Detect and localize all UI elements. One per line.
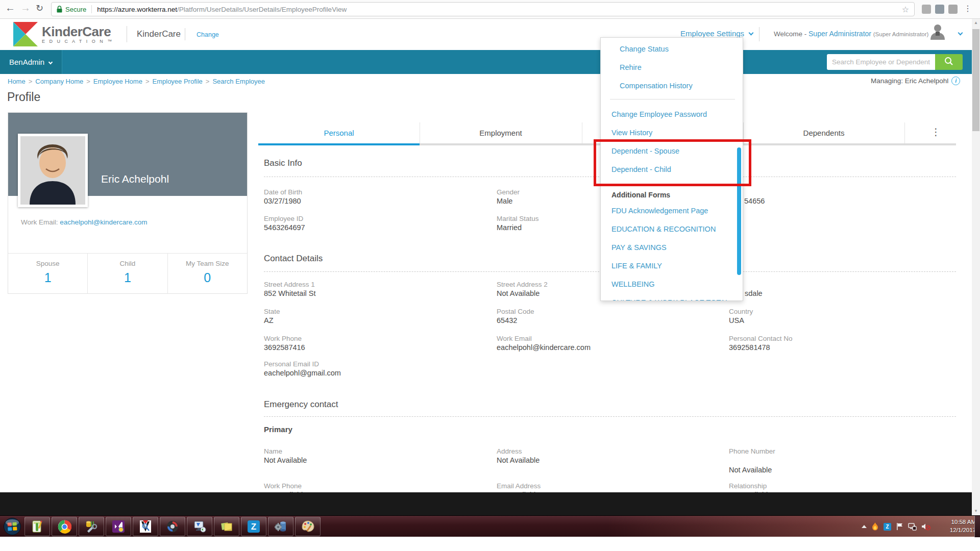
breadcrumb-home[interactable]: Home (8, 78, 26, 85)
screen: ← → ↻ Secure https://azure.workterra.net… (0, 0, 980, 551)
stat-value: 1 (88, 270, 167, 285)
menu-item-life-family[interactable]: LIFE & FAMILY (611, 260, 662, 272)
flame-tray-icon[interactable] (871, 522, 879, 531)
section-title-basic-info: Basic Info (264, 158, 302, 168)
taskbar-v-search[interactable] (133, 517, 158, 536)
field-label: Employee ID (264, 214, 305, 223)
employee-settings-menu-button[interactable]: Employee Settings (680, 29, 753, 38)
welcome-prefix: Welcome - (774, 30, 806, 38)
info-icon[interactable]: i (951, 77, 960, 85)
search-input[interactable] (827, 54, 935, 70)
stat-spouse: Spouse 1 (8, 254, 87, 294)
sync-arrows-icon (166, 520, 179, 533)
taskbar-clock[interactable]: 10:58 AM 12/1/2017 (938, 518, 976, 534)
avatar-chevron-down-icon[interactable] (958, 31, 963, 36)
work-email-row: Work Email: eachelpohl@kindercare.com (21, 218, 148, 226)
bookmark-star-icon[interactable]: ☆ (902, 5, 909, 14)
taskbar-visual-studio[interactable] (106, 517, 131, 536)
module-switcher-benadmin[interactable]: BenAdmin (0, 50, 62, 74)
scrollbar-up-arrow[interactable]: ▲ (972, 19, 980, 27)
field-partial-city: sdale (745, 289, 763, 298)
menu-item-wellbeing[interactable]: WELLBEING (611, 278, 655, 290)
tab-personal[interactable]: Personal (258, 122, 420, 143)
browser-menu-icon[interactable]: ⋮ (964, 4, 972, 13)
field-personal-email-id: Personal Email ID eachelpohl@gmail.com (264, 360, 341, 378)
menu-section-additional-forms: Additional Forms (611, 189, 670, 201)
menu-item-culture-workplace[interactable]: CULTURE & WORK PLACE TOTAL (611, 296, 729, 301)
stat-child: Child 1 (87, 254, 167, 294)
service-tool-icon (274, 520, 287, 533)
menu-item-rehire[interactable]: Rehire (620, 61, 642, 73)
browser-back-icon[interactable]: ← (5, 2, 15, 14)
hidden-icons-arrow[interactable] (862, 525, 867, 528)
tabs-more-icon[interactable]: ⋮ (931, 126, 941, 138)
breadcrumb-search-employee[interactable]: Search Employee (212, 78, 265, 85)
search-button[interactable] (935, 54, 963, 70)
tab-divider (582, 122, 582, 143)
start-button[interactable] (3, 517, 21, 536)
field-value: Not Available (497, 456, 540, 465)
menu-item-fdu-acknowledgement[interactable]: FDU Acknowledgement Page (611, 205, 708, 217)
taskbar-paint[interactable] (295, 517, 321, 536)
taskbar-service-tool[interactable] (268, 517, 293, 536)
menu-item-change-status[interactable]: Change Status (620, 43, 669, 55)
flag-tray-icon[interactable] (896, 522, 903, 531)
breadcrumb-separator: > (29, 78, 33, 85)
menu-item-compensation-history[interactable]: Compensation History (620, 80, 693, 92)
extension-icon[interactable] (948, 5, 958, 14)
browser-forward-icon[interactable]: → (20, 2, 31, 14)
tab-employment[interactable]: Employment (420, 122, 582, 143)
breadcrumb-company-home[interactable]: Company Home (35, 78, 83, 85)
tab-divider (743, 122, 744, 143)
zoom-tray-icon[interactable]: Z (884, 523, 891, 531)
breadcrumb-employee-home[interactable]: Employee Home (93, 78, 142, 85)
scrollbar-down-arrow[interactable]: ▼ (972, 507, 980, 515)
url-host: https://azure.workterra.net (97, 6, 177, 13)
tab-dependents[interactable]: Dependents (743, 122, 904, 143)
volume-muted-tray-icon[interactable] (921, 522, 930, 531)
taskbar-sticky-notes[interactable] (214, 517, 239, 536)
menu-item-view-history[interactable]: View History (611, 127, 652, 139)
menu-item-dependent-spouse[interactable]: Dependent - Spouse (611, 145, 679, 157)
dropdown-scrollbar-thumb[interactable] (737, 147, 741, 275)
page-scrollbar[interactable]: ▲ ▼ (972, 19, 980, 515)
show-desktop-button[interactable] (974, 516, 980, 537)
field-work-phone: Work Phone 3692587416 (264, 334, 305, 352)
menu-item-dependent-child[interactable]: Dependent - Child (611, 163, 671, 176)
chrome-icon (58, 520, 71, 534)
scrollbar-thumb[interactable] (972, 29, 979, 131)
field-label: Phone Number (729, 447, 775, 456)
menu-item-change-employee-password[interactable]: Change Employee Password (611, 108, 707, 120)
network-tray-icon[interactable] (908, 523, 917, 531)
extension-icon[interactable] (922, 5, 931, 14)
menu-item-pay-savings[interactable]: PAY & SAVINGS (611, 241, 667, 254)
breadcrumb-separator: > (86, 78, 90, 85)
taskbar-remote-desktop[interactable] (187, 517, 212, 536)
taskbar-notepad-editor[interactable] (24, 517, 50, 536)
taskbar-sync-tool[interactable] (160, 517, 185, 536)
taskbar-zoom-app[interactable]: Z (241, 517, 266, 536)
kindercare-logo[interactable]: KinderCare E D U C A T I O N ™ (13, 22, 113, 46)
field-street-address-2: Street Address 2 Not Available (497, 280, 548, 298)
field-value: 54656 (744, 196, 765, 206)
emergency-primary-subtitle: Primary (264, 425, 292, 434)
clock-date: 12/1/2017 (938, 526, 976, 534)
url-bar[interactable]: Secure https://azure.workterra.net/Platf… (51, 2, 915, 16)
field-value: AZ (264, 316, 280, 325)
extension-icon[interactable] (935, 5, 944, 14)
welcome-user-link[interactable]: Super Administrator (808, 30, 871, 38)
stat-team-size: My Team Size 0 (167, 254, 247, 294)
section-title-contact-details: Contact Details (264, 254, 323, 264)
taskbar-chrome[interactable] (52, 517, 77, 536)
taskbar-admin-tools[interactable] (79, 517, 104, 536)
breadcrumb-employee-profile[interactable]: Employee Profile (153, 78, 203, 85)
menu-item-education-recognition[interactable]: EDUCATION & RECOGNITION (611, 223, 716, 235)
browser-refresh-icon[interactable]: ↻ (36, 3, 43, 14)
field-label: Email Address (497, 482, 541, 490)
logo-subtitle: E D U C A T I O N ™ (42, 39, 113, 44)
work-email-link[interactable]: eachelpohl@kindercare.com (60, 218, 147, 226)
field-label: Street Address 2 (497, 280, 548, 289)
change-company-link[interactable]: Change (197, 31, 219, 38)
app-header: KinderCare E D U C A T I O N ™ KinderCar… (0, 19, 980, 50)
user-avatar-icon[interactable] (929, 23, 946, 40)
